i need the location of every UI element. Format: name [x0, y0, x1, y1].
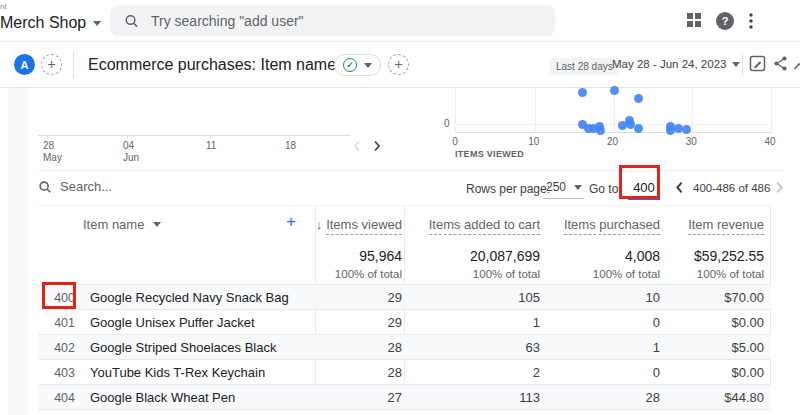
date-range-picker[interactable]: May 28 - Jun 24, 2023: [612, 58, 740, 70]
scatter-point[interactable]: [634, 124, 643, 133]
tick-mark: [47, 135, 48, 139]
rows-per-page-value: 250: [546, 180, 566, 194]
table-header-row: Item name + ↓Items viewed Items added to…: [38, 206, 771, 241]
scatter-point[interactable]: [596, 126, 605, 135]
sort-descending-icon: ↓: [316, 217, 323, 232]
item-revenue-cell: $5.00: [731, 340, 764, 355]
table-row[interactable]: 400Google Recycled Navy Snack Bag2910510…: [38, 284, 771, 309]
column-header-item-revenue[interactable]: Item revenue: [688, 217, 764, 232]
x-tick-label: 28: [43, 140, 62, 151]
chart-scroll-prev-icon[interactable]: [352, 138, 362, 156]
table-search-input[interactable]: [60, 179, 260, 194]
item-name-cell: Google Recycled Navy Snack Bag: [90, 290, 289, 305]
items-viewed-cell: 28: [388, 340, 402, 355]
add-dimension-icon[interactable]: +: [286, 212, 296, 232]
divider: [742, 55, 743, 75]
help-icon[interactable]: ?: [716, 12, 734, 30]
next-page-icon[interactable]: [774, 181, 785, 197]
table-row[interactable]: 403YouTube Kids T-Rex Keychain2820$0.00: [38, 359, 771, 384]
scatter-chart: 0 010203040 ITEMS VIEWED: [440, 88, 790, 166]
page-title: Ecommerce purchases: Item name: [88, 56, 336, 74]
x-tick-label: 18: [285, 140, 296, 151]
left-nav-rail[interactable]: [0, 88, 28, 415]
items-added-cell: 1: [533, 315, 540, 330]
apps-grid-icon[interactable]: [686, 12, 702, 32]
table-row[interactable]: 402Google Striped Shoelaces Black28631$5…: [38, 334, 771, 359]
x-tick-label: 40: [764, 136, 775, 147]
rail-shade: [8, 88, 28, 415]
global-search-input[interactable]: [151, 13, 541, 29]
column-header-items-purchased[interactable]: Items purchased: [564, 217, 660, 232]
scatter-point[interactable]: [674, 124, 683, 133]
chevron-down-icon: [364, 63, 372, 68]
column-header-item-name[interactable]: Item name: [83, 217, 161, 232]
timeline-tick: 11: [206, 135, 216, 151]
items-viewed-cell: 27: [388, 390, 402, 405]
total-item-revenue: $59,252.55 100% of total: [694, 248, 764, 280]
date-range-text: May 28 - Jun 24, 2023: [612, 58, 726, 70]
tick-mark: [210, 135, 211, 139]
rows-per-page-select[interactable]: 250: [544, 177, 584, 199]
items-purchased-cell: 0: [653, 315, 660, 330]
search-icon: [38, 180, 52, 194]
tick-mark: [127, 135, 128, 139]
scatter-point[interactable]: [682, 125, 691, 134]
gridline: [771, 88, 772, 133]
previous-page-icon[interactable]: [674, 181, 685, 197]
table-row[interactable]: 401Google Unisex Puffer Jacket2910$0.00: [38, 309, 771, 334]
share-icon[interactable]: [772, 55, 789, 76]
chevron-down-icon: [93, 21, 101, 26]
total-items-purchased: 4,008 100% of total: [593, 248, 660, 280]
items-viewed-cell: 29: [388, 315, 402, 330]
item-revenue-cell: $0.00: [731, 315, 764, 330]
date-range-badge: Last 28 days: [550, 58, 619, 75]
item-revenue-cell: $0.00: [731, 365, 764, 380]
tick-mark: [289, 135, 290, 139]
approved-check-icon: ✓: [343, 58, 357, 72]
table-search[interactable]: [38, 179, 260, 194]
gridline: [535, 88, 536, 133]
scatter-point[interactable]: [610, 86, 619, 95]
x-axis-title: ITEMS VIEWED: [455, 149, 524, 159]
row-number: 403: [38, 366, 75, 380]
items-viewed-cell: 29: [388, 290, 402, 305]
global-search[interactable]: [110, 5, 555, 36]
table-row[interactable]: 404Google Black Wheat Pen2711328$44.80: [38, 384, 771, 409]
add-report-tab-button[interactable]: +: [388, 54, 409, 75]
column-header-items-added[interactable]: Items added to cart: [429, 217, 540, 232]
account-switcher[interactable]: nt Merch Shop: [0, 2, 101, 32]
column-header-items-viewed[interactable]: ↓Items viewed: [316, 217, 402, 232]
timeline-tick: 28May: [43, 135, 62, 163]
avatar[interactable]: A: [14, 54, 35, 75]
customize-report-icon[interactable]: [749, 55, 766, 76]
timeline-tick: 04Jun: [123, 135, 139, 163]
scatter-point[interactable]: [634, 94, 643, 103]
row-number: 402: [38, 341, 75, 355]
chart-scroll-next-icon[interactable]: [372, 138, 382, 156]
kebab-menu-icon[interactable]: [749, 13, 753, 33]
totals-row: 95,964 100% of total 20,087,699 100% of …: [38, 241, 771, 284]
add-comparison-button[interactable]: +: [41, 54, 62, 75]
goto-page-input[interactable]: [628, 175, 660, 200]
items-table: Item name + ↓Items viewed Items added to…: [38, 205, 771, 408]
report-status-dropdown[interactable]: ✓: [334, 54, 381, 76]
timeline-tick: 18: [285, 135, 296, 151]
items-added-cell: 63: [526, 340, 540, 355]
insights-icon[interactable]: [793, 55, 800, 76]
x-tick-sublabel: Jun: [123, 152, 139, 163]
items-purchased-cell: 28: [646, 390, 660, 405]
item-name-cell: YouTube Kids T-Rex Keychain: [90, 365, 265, 380]
chevron-down-icon: [732, 62, 740, 67]
scatter-point[interactable]: [578, 88, 587, 97]
scatter-point[interactable]: [626, 120, 635, 129]
row-number: 404: [38, 391, 75, 405]
x-tick-label: 20: [607, 136, 618, 147]
x-tick-label: 0: [452, 136, 458, 147]
total-items-added: 20,087,699 100% of total: [470, 248, 540, 280]
items-purchased-cell: 0: [653, 365, 660, 380]
item-revenue-cell: $70.00: [724, 290, 764, 305]
x-tick-label: 10: [528, 136, 539, 147]
x-tick-label: 11: [206, 140, 216, 151]
items-purchased-cell: 1: [653, 340, 660, 355]
account-label-fragment: nt: [0, 2, 101, 11]
